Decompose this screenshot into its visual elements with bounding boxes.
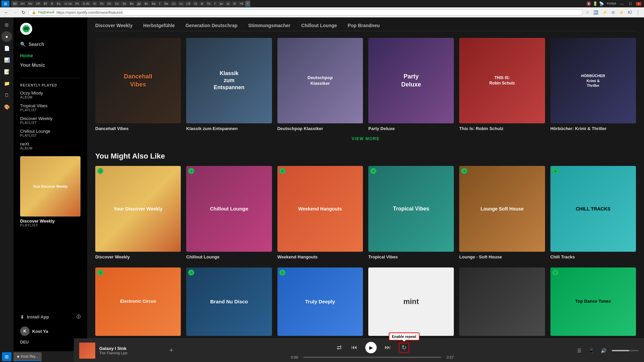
spotify-logo[interactable] (13, 23, 87, 42)
ext1-icon[interactable]: 🔤 (592, 9, 600, 15)
icon-chrome[interactable]: ● (1, 31, 12, 42)
icon-windows[interactable]: ⊞ (1, 19, 12, 30)
icon-ps[interactable]: 🎨 (1, 102, 12, 112)
sidebar-recent-item-tropical[interactable]: Tropical Vibes PLAYLIST (13, 101, 87, 114)
forward-btn[interactable]: → (11, 9, 19, 16)
devices-btn[interactable]: 📱 (587, 347, 595, 355)
taskbar-tab-ps3[interactable]: Пс (205, 1, 212, 7)
taskbar-tab-close[interactable]: × (245, 1, 250, 7)
taskbar-tab-vs[interactable]: Вс (143, 1, 150, 7)
reload-btn[interactable]: ↻ (20, 9, 27, 16)
taskbar-tab-b1[interactable]: Б (49, 1, 55, 7)
taskbar-tab-yt[interactable]: Г (213, 1, 218, 7)
icon-file[interactable]: 📄 (1, 43, 12, 54)
play-btn[interactable]: ▶ (365, 342, 377, 353)
sidebar-item-your-music[interactable]: Your Music (20, 60, 80, 70)
install-info-icon[interactable]: ⓘ (76, 314, 80, 320)
featured-stimmungsmacher[interactable]: Stimmungsmacher (248, 23, 290, 28)
card-chill-tracks[interactable]: CHILL TRACKS ♫ Chill Tracks (550, 166, 636, 259)
ext2-icon[interactable]: ⚡ (601, 9, 609, 15)
taskbar-tab-de[interactable]: Де (136, 1, 143, 7)
taskbar-tab-be1[interactable]: Бе (150, 1, 157, 7)
taskbar-tab-arae[interactable]: Ar Ae (63, 1, 73, 7)
ext4-icon[interactable]: ⚡ (618, 9, 625, 15)
taskbar-tab-ps[interactable]: Ps (74, 1, 81, 7)
featured-chillout[interactable]: Chillout Lounge (301, 23, 337, 28)
sidebar-recent-item-chillout[interactable]: Chillout Lounge PLAYLIST (13, 127, 87, 139)
card-robin[interactable]: THIS IS:Robin Schulz This Is: Robin Schu… (459, 38, 545, 131)
taskbar-tab-sb[interactable]: Сб (185, 1, 192, 7)
card-mint[interactable]: mint (368, 267, 454, 339)
card-dancehall[interactable]: DancehallVibes Dancehall Vibes (95, 38, 181, 131)
icon-folder[interactable]: 📁 (1, 78, 12, 89)
taskbar-tab-1[interactable]: (1) (170, 1, 177, 7)
ext5-icon[interactable]: Ю (627, 9, 633, 15)
shuffle-btn[interactable]: ⇄ (335, 343, 343, 353)
view-more-btn[interactable]: VIEW MORE (346, 134, 385, 144)
taskbar-tab-as[interactable]: Ас (177, 1, 184, 7)
taskbar-bottom-chrome[interactable]: ● Kost Яку... (13, 352, 42, 361)
featured-pop-brandneu[interactable]: Pop Brandneu (348, 23, 380, 28)
card-weekend[interactable]: Weekend Hangouts ♫ Weekend Hangouts (277, 166, 363, 259)
taskbar-tab-kt[interactable]: Кт (92, 1, 98, 7)
taskbar-tab-3a[interactable]: 3А (121, 1, 128, 7)
card-truly-deeply[interactable]: Truly Deeply ♫ (277, 267, 363, 339)
card-chillout[interactable]: Chillout Lounge ♫ Chillout Lounge (186, 166, 272, 259)
featured-discover-weekly[interactable]: Discover Weekly (95, 23, 132, 28)
repeat-btn[interactable]: ↻ (399, 343, 409, 353)
featured-herbstgefuhle[interactable]: Herbstgefühle (143, 23, 175, 28)
sidebar-item-home[interactable]: Home (20, 51, 80, 60)
taskbar-tab-gclc[interactable]: G clc (81, 1, 91, 7)
taskbar-tab-vi[interactable]: Vi (231, 1, 237, 7)
taskbar-tab-vt[interactable]: ВТ (42, 1, 49, 7)
address-bar[interactable]: 🔒 Надёжный https://open.spotify.com/brow… (28, 9, 583, 15)
icon-excel[interactable]: 📊 (1, 55, 12, 65)
star-icon[interactable]: ☆ (584, 9, 591, 15)
card-party[interactable]: PartyDeluxe Party Deluxe (368, 38, 454, 131)
taskbar-tab-ah[interactable]: АН (19, 1, 26, 7)
back-btn[interactable]: ← (3, 9, 10, 16)
progress-bar[interactable] (303, 357, 441, 358)
taskbar-tab-gi[interactable]: Gi (192, 1, 199, 7)
taskbar-tab-ap[interactable]: АР (35, 1, 42, 7)
sidebar-recent-item-next[interactable]: neXt ALBUM (13, 139, 87, 152)
previous-btn[interactable]: ⏮ (350, 343, 359, 352)
icon-notepad[interactable]: 🗒 (1, 90, 12, 101)
taskbar-start-btn[interactable]: ⊞ (1, 1, 9, 7)
card-krimi[interactable]: HÖRBÜCHERKrimi &Thriller Hörbücher: Krim… (550, 38, 636, 131)
card-klassik[interactable]: KlassikzumEntspannen Klassik zum Entspan… (186, 38, 272, 131)
taskbar-tab-m[interactable]: М (199, 1, 205, 7)
menu-icon[interactable]: ⋮ (635, 9, 641, 15)
player-add-btn[interactable]: + (169, 347, 173, 354)
card-discover-weekly[interactable]: Your Discover Weekly ♫ Discover Weekly (95, 166, 181, 259)
sidebar-user[interactable]: K Kost Ya (13, 324, 87, 339)
install-app-btn[interactable]: ⬇ Install App ⓘ (13, 310, 87, 324)
card-brand-nu[interactable]: Brand Nu Disco ♫ (186, 267, 272, 339)
card-konflikt[interactable] (459, 267, 545, 339)
queue-btn[interactable]: ☰ (576, 347, 583, 355)
card-electronic[interactable]: Electronic Circus ♫ (95, 267, 181, 339)
search-link[interactable]: 🔍 Search (13, 42, 87, 51)
taskbar-bottom-start[interactable]: ⊞ (2, 352, 11, 361)
volume-icon[interactable]: 🔊 (599, 347, 608, 355)
taskbar-tab-an[interactable]: ан (218, 1, 225, 7)
taskbar-tab-plus[interactable]: +Б (238, 1, 245, 7)
card-deutschpop[interactable]: DeutschpopKlassiker Deutschpop Klassiker (277, 38, 363, 131)
taskbar-tab-ve[interactable]: Вэ (128, 1, 135, 7)
card-top-dance[interactable]: Top Dance Tunes ♫ (550, 267, 636, 339)
taskbar-tab-g[interactable]: Г (158, 1, 163, 7)
taskbar-tab-sh[interactable]: Ш (225, 1, 231, 7)
volume-bar[interactable] (612, 350, 639, 351)
taskbar-tab-ps2[interactable]: Пс (98, 1, 105, 7)
next-btn[interactable]: ⏭ (383, 343, 392, 352)
close-btn[interactable]: ✕ (636, 2, 641, 6)
taskbar-tab-nv[interactable]: NV (26, 1, 34, 7)
sidebar-recent-item-discover[interactable]: Discover Weekly PLAYLIST (13, 114, 87, 127)
restore-btn[interactable]: ☐ (628, 2, 633, 6)
taskbar-tab-be2[interactable]: Бе (163, 1, 170, 7)
icon-word[interactable]: 📝 (1, 66, 12, 77)
card-tropical[interactable]: Tropical Vibes ♫ Tropical Vibes (368, 166, 454, 259)
featured-generation[interactable]: Generation Deutschrap (185, 23, 237, 28)
taskbar-tab-bit[interactable]: Bit (11, 1, 18, 7)
minimize-btn[interactable]: — (619, 2, 625, 6)
